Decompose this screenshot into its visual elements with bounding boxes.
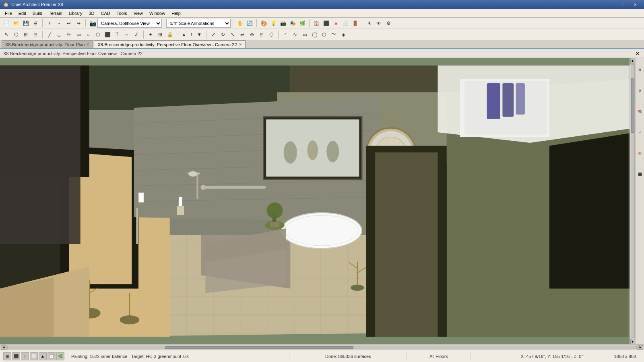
orbit-tool[interactable]: 🔄	[245, 19, 254, 28]
rotate-btn[interactable]: ↻	[218, 30, 228, 39]
align-btn[interactable]: ⊜	[247, 30, 257, 39]
walk-btn[interactable]: 👁	[374, 19, 384, 28]
maximize-button[interactable]: □	[617, 1, 629, 8]
fill-btn[interactable]: ⬛	[103, 30, 112, 39]
status-icon-4[interactable]: ⬜	[30, 352, 38, 360]
scroll-up-button[interactable]: ▲	[630, 58, 635, 64]
tab-floor-plan-close[interactable]: ✕	[86, 42, 89, 47]
menu-file[interactable]: File	[2, 9, 15, 18]
arc2-btn[interactable]: ◜	[281, 30, 290, 39]
scale-tool-btn[interactable]: ⤡	[228, 30, 237, 39]
sidebar-tool-6[interactable]: ⬛	[636, 164, 644, 184]
material-btn[interactable]: 🎭	[288, 19, 297, 28]
status-icon-6[interactable]: 📋	[47, 352, 56, 360]
mirror-btn[interactable]: ⇌	[237, 30, 247, 39]
print-button[interactable]: 🖨	[31, 19, 40, 28]
camera-btn2[interactable]: 📸	[278, 19, 288, 28]
up-btn[interactable]: ▲	[179, 30, 189, 39]
select-all-btn[interactable]: ⊞	[21, 30, 31, 39]
scroll-thumb-horizontal[interactable]	[165, 346, 354, 349]
vertical-scrollbar[interactable]: ▲ ▼	[630, 58, 635, 344]
deselect-btn[interactable]: ⊟	[31, 30, 40, 39]
menu-view[interactable]: View	[130, 9, 146, 18]
menu-build[interactable]: Build	[29, 9, 45, 18]
new-button[interactable]: 📄	[2, 19, 11, 28]
tab-perspective[interactable]: X8-Breckenridge-productivity: Perspectiv…	[94, 40, 245, 48]
scroll-down-button[interactable]: ▼	[630, 339, 635, 344]
select-btn[interactable]: ↖	[2, 30, 11, 39]
scroll-right-button[interactable]: ►	[638, 345, 643, 350]
text-btn[interactable]: T	[112, 30, 122, 39]
menu-library[interactable]: Library	[66, 9, 86, 18]
lock-btn[interactable]: 🔒	[165, 30, 175, 39]
arc-btn[interactable]: ◡	[54, 30, 64, 39]
redo[interactable]: ↪	[74, 19, 83, 28]
light-btn[interactable]: 💡	[268, 19, 278, 28]
close-button[interactable]: ✕	[630, 1, 641, 8]
undo[interactable]: ↩	[64, 19, 74, 28]
menu-help[interactable]: Help	[168, 9, 184, 18]
sidebar-tool-3[interactable]: 📚	[636, 101, 644, 121]
sidebar-tool-1[interactable]: ⊞	[636, 60, 644, 80]
door-btn[interactable]: 🚪	[350, 19, 360, 28]
scroll-left-button[interactable]: ◄	[1, 345, 6, 350]
scale-dropdown[interactable]: 1/4" Scale Annotations 1/8" Scale Annota…	[166, 19, 231, 28]
distribute-btn[interactable]: ⊟	[257, 30, 266, 39]
menu-edit[interactable]: Edit	[15, 9, 29, 18]
select-group-btn[interactable]: ⬡	[11, 30, 21, 39]
sidebar-tool-4[interactable]: ✓	[636, 122, 644, 142]
house-btn[interactable]: 🏠	[312, 19, 321, 28]
down-btn[interactable]: ▼	[194, 30, 204, 39]
menu-window[interactable]: Window	[146, 9, 168, 18]
horizontal-scrollbar[interactable]: ◄ ►	[0, 344, 644, 350]
status-icon-3[interactable]: ↕	[21, 352, 29, 360]
status-icon-1[interactable]: ⊞	[3, 352, 11, 360]
plant-btn[interactable]: 🌿	[297, 19, 307, 28]
menu-terrain[interactable]: Terrain	[45, 9, 66, 18]
group-btn[interactable]: ⬡	[266, 30, 276, 39]
wave-btn[interactable]: 〜	[329, 30, 339, 39]
menu-3d[interactable]: 3D	[85, 9, 97, 18]
open-button[interactable]: 📂	[11, 19, 21, 28]
scroll-thumb-vertical[interactable]	[631, 78, 634, 133]
viewport[interactable]: ▲ ▼	[0, 58, 635, 344]
floor-btn[interactable]: ⬛	[321, 19, 331, 28]
grid-btn[interactable]: ⊞	[155, 30, 165, 39]
tab-perspective-close[interactable]: ✕	[239, 42, 242, 47]
point-btn[interactable]: ◈	[339, 30, 348, 39]
status-icon-2[interactable]: ⬛	[12, 352, 20, 360]
sidebar-tool-5[interactable]: 🎨	[636, 143, 644, 163]
dim-btn[interactable]: ↔	[122, 30, 132, 39]
roof-btn[interactable]: 🔺	[331, 19, 341, 28]
hand-tool[interactable]: ✋	[235, 19, 245, 28]
status-icon-7[interactable]: 🌿	[56, 352, 64, 360]
sidebar-tool-2[interactable]: ⚙	[636, 80, 644, 101]
menu-tools[interactable]: Tools	[114, 9, 130, 18]
move-btn[interactable]: ⤢	[208, 30, 218, 39]
line-btn[interactable]: ╱	[45, 30, 54, 39]
status-icon-5[interactable]: ▲	[39, 352, 47, 360]
menu-cad[interactable]: CAD	[97, 9, 113, 18]
window-btn[interactable]: ⬜	[341, 19, 350, 28]
oval-btn[interactable]: ◯	[310, 30, 319, 39]
rect2-btn[interactable]: ▭	[300, 30, 310, 39]
zoom-out[interactable]: -	[54, 19, 64, 28]
zoom-in[interactable]: +	[45, 19, 54, 28]
poly-btn[interactable]: ⬠	[93, 30, 103, 39]
close-view-btn[interactable]: ✕	[634, 50, 641, 57]
save-button[interactable]: 💾	[21, 19, 31, 28]
camera-dropdown[interactable]: Camera, Dollhouse View Camera, Standard …	[97, 19, 162, 28]
minimize-button[interactable]: —	[605, 1, 617, 8]
status-dimensions: 1858 x 808	[588, 354, 641, 359]
freehand-btn[interactable]: ✏	[64, 30, 74, 39]
bezier-btn[interactable]: ∿	[290, 30, 300, 39]
tab-floor-plan[interactable]: X8-Breckenridge-productivity: Floor Plan…	[2, 40, 93, 48]
render-btn[interactable]: 🎨	[259, 19, 268, 28]
snap-btn[interactable]: ✦	[146, 30, 155, 39]
circle-btn[interactable]: ○	[83, 30, 93, 39]
settings-btn[interactable]: ⚙	[384, 19, 393, 28]
angle-btn[interactable]: ∠	[132, 30, 141, 39]
sun-btn[interactable]: ☀	[364, 19, 374, 28]
rect-btn[interactable]: ▭	[74, 30, 83, 39]
poly2-btn[interactable]: ⬡	[319, 30, 329, 39]
